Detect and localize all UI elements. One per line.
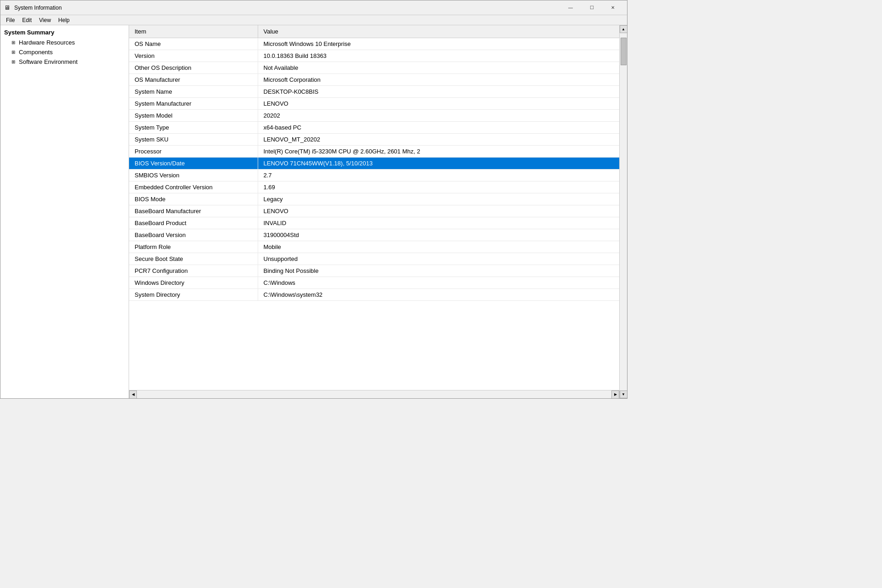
- table-cell-item: BIOS Version/Date: [129, 158, 258, 170]
- table-header-row: Item Value: [129, 25, 619, 38]
- sidebar-item-hardware-resources[interactable]: ⊞ Hardware Resources: [0, 38, 129, 47]
- table-row[interactable]: BIOS Version/DateLENOVO 71CN45WW(V1.18),…: [129, 158, 619, 170]
- table-row[interactable]: BaseBoard ProductINVALID: [129, 217, 619, 229]
- menu-help[interactable]: Help: [55, 16, 74, 24]
- title-bar: 🖥 System Information — ☐ ✕: [0, 0, 627, 15]
- software-environment-label: Software Environment: [19, 58, 78, 65]
- components-label: Components: [19, 49, 53, 56]
- table-cell-value: LENOVO: [258, 205, 619, 217]
- table-row[interactable]: Platform RoleMobile: [129, 241, 619, 253]
- table-cell-item: System Directory: [129, 289, 258, 301]
- table-cell-value: Unsupported: [258, 253, 619, 265]
- h-scroll-track: [137, 390, 611, 398]
- table-cell-item: BIOS Mode: [129, 193, 258, 205]
- sidebar-item-software-environment[interactable]: ⊞ Software Environment: [0, 57, 129, 67]
- main-content: System Summary ⊞ Hardware Resources ⊞ Co…: [0, 25, 627, 398]
- table-cell-item: System Type: [129, 122, 258, 134]
- table-row[interactable]: PCR7 ConfigurationBinding Not Possible: [129, 265, 619, 277]
- table-row[interactable]: System Model20202: [129, 110, 619, 122]
- window-title: System Information: [14, 5, 62, 11]
- table-cell-item: SMBIOS Version: [129, 170, 258, 181]
- menu-bar: File Edit View Help: [0, 15, 627, 25]
- table-cell-value: 2.7: [258, 170, 619, 181]
- scroll-thumb[interactable]: [621, 38, 627, 65]
- right-section: Item Value OS NameMicrosoft Windows 10 E…: [129, 25, 627, 398]
- table-cell-item: System Manufacturer: [129, 98, 258, 110]
- vertical-scrollbar: ▲ ▼: [619, 25, 627, 398]
- table-cell-value: C:\Windows: [258, 277, 619, 289]
- table-cell-value: 20202: [258, 110, 619, 122]
- app-icon: 🖥: [4, 4, 11, 11]
- table-cell-value: Intel(R) Core(TM) i5-3230M CPU @ 2.60GHz…: [258, 146, 619, 158]
- table-row[interactable]: System NameDESKTOP-K0C8BIS: [129, 86, 619, 98]
- info-table: Item Value OS NameMicrosoft Windows 10 E…: [129, 25, 619, 301]
- expand-icon-software: ⊞: [11, 59, 17, 64]
- table-cell-value: DESKTOP-K0C8BIS: [258, 86, 619, 98]
- close-button[interactable]: ✕: [602, 0, 623, 15]
- table-row[interactable]: Other OS DescriptionNot Available: [129, 62, 619, 74]
- scroll-track: [620, 33, 627, 390]
- sidebar-item-components[interactable]: ⊞ Components: [0, 47, 129, 57]
- table-cell-value: LENOVO_MT_20202: [258, 134, 619, 146]
- table-row[interactable]: Embedded Controller Version1.69: [129, 181, 619, 193]
- table-cell-item: Windows Directory: [129, 277, 258, 289]
- table-cell-item: Version: [129, 50, 258, 62]
- table-cell-item: BaseBoard Manufacturer: [129, 205, 258, 217]
- menu-edit[interactable]: Edit: [18, 16, 35, 24]
- title-bar-controls: — ☐ ✕: [560, 0, 623, 15]
- expand-icon-components: ⊞: [11, 50, 17, 55]
- table-cell-value: Legacy: [258, 193, 619, 205]
- title-bar-left: 🖥 System Information: [4, 4, 62, 11]
- table-cell-value: INVALID: [258, 217, 619, 229]
- sidebar-item-system-summary[interactable]: System Summary: [0, 27, 129, 38]
- table-cell-item: BaseBoard Product: [129, 217, 258, 229]
- data-table[interactable]: Item Value OS NameMicrosoft Windows 10 E…: [129, 25, 619, 390]
- table-row[interactable]: System ManufacturerLENOVO: [129, 98, 619, 110]
- table-cell-item: System SKU: [129, 134, 258, 146]
- table-row[interactable]: System DirectoryC:\Windows\system32: [129, 289, 619, 301]
- table-cell-item: System Model: [129, 110, 258, 122]
- table-row[interactable]: BaseBoard Version31900004Std: [129, 229, 619, 241]
- table-row[interactable]: SMBIOS Version2.7: [129, 170, 619, 181]
- table-cell-value: Not Available: [258, 62, 619, 74]
- maximize-button[interactable]: ☐: [581, 0, 602, 15]
- table-cell-value: Mobile: [258, 241, 619, 253]
- table-cell-value: Microsoft Corporation: [258, 74, 619, 86]
- table-cell-item: Processor: [129, 146, 258, 158]
- table-row[interactable]: BaseBoard ManufacturerLENOVO: [129, 205, 619, 217]
- table-cell-item: System Name: [129, 86, 258, 98]
- table-row[interactable]: BIOS ModeLegacy: [129, 193, 619, 205]
- table-cell-item: Embedded Controller Version: [129, 181, 258, 193]
- table-cell-value: 10.0.18363 Build 18363: [258, 50, 619, 62]
- table-row[interactable]: ProcessorIntel(R) Core(TM) i5-3230M CPU …: [129, 146, 619, 158]
- table-cell-value: Binding Not Possible: [258, 265, 619, 277]
- column-item: Item: [129, 25, 258, 38]
- scroll-up-button[interactable]: ▲: [620, 25, 628, 33]
- menu-view[interactable]: View: [35, 16, 55, 24]
- table-cell-item: Other OS Description: [129, 62, 258, 74]
- table-row[interactable]: Version10.0.18363 Build 18363: [129, 50, 619, 62]
- table-cell-value: 31900004Std: [258, 229, 619, 241]
- sidebar: System Summary ⊞ Hardware Resources ⊞ Co…: [0, 25, 129, 398]
- table-row[interactable]: Windows DirectoryC:\Windows: [129, 277, 619, 289]
- table-row[interactable]: System Typex64-based PC: [129, 122, 619, 134]
- column-value: Value: [258, 25, 619, 38]
- menu-file[interactable]: File: [2, 16, 18, 24]
- table-row[interactable]: Secure Boot StateUnsupported: [129, 253, 619, 265]
- table-cell-value: x64-based PC: [258, 122, 619, 134]
- table-cell-value: Microsoft Windows 10 Enterprise: [258, 38, 619, 50]
- table-row[interactable]: OS NameMicrosoft Windows 10 Enterprise: [129, 38, 619, 50]
- h-scroll-right-button[interactable]: ▶: [611, 390, 619, 399]
- main-window: 🖥 System Information — ☐ ✕ File Edit Vie…: [0, 0, 628, 399]
- table-row[interactable]: System SKULENOVO_MT_20202: [129, 134, 619, 146]
- table-cell-value: LENOVO: [258, 98, 619, 110]
- table-row[interactable]: OS ManufacturerMicrosoft Corporation: [129, 74, 619, 86]
- expand-icon-hardware: ⊞: [11, 40, 17, 45]
- table-cell-item: Secure Boot State: [129, 253, 258, 265]
- system-summary-label: System Summary: [4, 29, 54, 36]
- scroll-down-button[interactable]: ▼: [620, 390, 628, 398]
- table-cell-item: BaseBoard Version: [129, 229, 258, 241]
- minimize-button[interactable]: —: [560, 0, 581, 15]
- table-cell-value: C:\Windows\system32: [258, 289, 619, 301]
- h-scroll-left-button[interactable]: ◀: [129, 390, 137, 399]
